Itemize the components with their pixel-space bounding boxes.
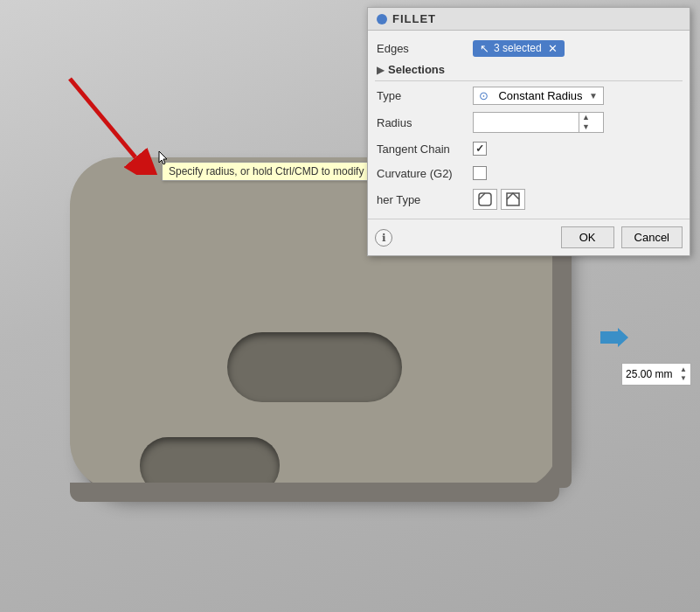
type-label: Type — [377, 89, 473, 102]
close-selection-button[interactable]: ✕ — [548, 42, 558, 55]
curvature-row: Curvature (G2) — [375, 161, 683, 185]
part-bottom-face — [70, 483, 559, 502]
radius-content: 25.00 mm ▲ ▼ — [473, 112, 681, 133]
info-button[interactable]: ℹ — [375, 229, 392, 247]
corner-type-btn-2[interactable] — [501, 189, 525, 210]
svg-line-1 — [70, 79, 135, 157]
tangent-chain-content: ✓ — [473, 142, 681, 156]
spin-up[interactable]: ▲ — [680, 365, 687, 374]
radius-field[interactable]: 25.00 mm ▲ ▼ — [473, 112, 604, 133]
radius-bottom-input[interactable]: 25.00 mm — [626, 368, 678, 380]
radius-spinner[interactable]: ▲ ▼ — [680, 365, 687, 383]
selections-title: Selections — [388, 63, 445, 76]
info-icon: ℹ — [382, 232, 386, 244]
type-content: ⊙ Constant Radius ▼ — [473, 87, 681, 105]
radius-spin-buttons[interactable]: ▲ ▼ — [579, 113, 593, 132]
type-dropdown[interactable]: ⊙ Constant Radius ▼ — [473, 87, 604, 105]
ok-button[interactable]: OK — [561, 226, 614, 248]
divider-1 — [375, 80, 683, 81]
mouse-cursor — [158, 150, 169, 166]
radius-input[interactable]: 25.00 mm — [474, 115, 579, 131]
tangent-chain-checkbox[interactable]: ✓ — [473, 142, 487, 156]
radius-spin-down[interactable]: ▼ — [579, 122, 593, 132]
selected-badge[interactable]: ↖ 3 selected ✕ — [473, 40, 565, 57]
corner-type-label: her Type — [377, 193, 473, 206]
curvature-checkbox[interactable] — [473, 166, 487, 180]
tangent-chain-row: Tangent Chain ✓ — [375, 136, 683, 161]
panel-footer: ℹ OK Cancel — [368, 219, 690, 255]
radius-input-bottom[interactable]: 25.00 mm ▲ ▼ — [621, 363, 691, 386]
panel-title: FILLET — [392, 12, 436, 25]
panel-dot — [377, 14, 387, 24]
chevron-down-icon: ▼ — [589, 91, 598, 101]
svg-rect-3 — [479, 193, 491, 205]
selections-header[interactable]: ▶ Selections — [375, 60, 683, 79]
blue-arrow-indicator — [600, 328, 628, 350]
radius-spin-up[interactable]: ▲ — [579, 113, 593, 122]
fillet-panel: FILLET Edges ↖ 3 selected ✕ ▶ Selections… — [367, 7, 690, 256]
section-arrow-icon: ▶ — [377, 64, 385, 76]
tangent-chain-label: Tangent Chain — [377, 143, 473, 156]
corner-type-content — [473, 189, 681, 210]
type-row: Type ⊙ Constant Radius ▼ — [375, 83, 683, 108]
edges-row: Edges ↖ 3 selected ✕ — [375, 36, 683, 60]
curvature-label: Curvature (G2) — [377, 167, 473, 180]
slot-top-cutout — [227, 332, 402, 402]
corner-type-row: her Type — [375, 185, 683, 213]
selected-count: 3 selected — [494, 42, 542, 54]
type-value: Constant Radius — [498, 89, 582, 102]
radius-label: Radius — [377, 116, 473, 129]
cancel-button[interactable]: Cancel — [621, 226, 683, 248]
panel-body: Edges ↖ 3 selected ✕ ▶ Selections Type ⊙… — [368, 31, 690, 219]
panel-header: FILLET — [368, 8, 690, 31]
type-select-icon: ⊙ — [479, 89, 489, 102]
curvature-content — [473, 166, 681, 180]
edges-label: Edges — [377, 42, 473, 55]
edges-content: ↖ 3 selected ✕ — [473, 40, 681, 57]
red-arrow — [44, 70, 166, 175]
svg-marker-2 — [600, 328, 628, 347]
cursor-icon: ↖ — [480, 42, 489, 55]
corner-type-btn-1[interactable] — [473, 189, 497, 210]
spin-down[interactable]: ▼ — [680, 374, 687, 383]
check-mark-icon: ✓ — [475, 143, 484, 155]
svg-rect-5 — [507, 193, 519, 205]
radius-row: Radius 25.00 mm ▲ ▼ — [375, 108, 683, 136]
